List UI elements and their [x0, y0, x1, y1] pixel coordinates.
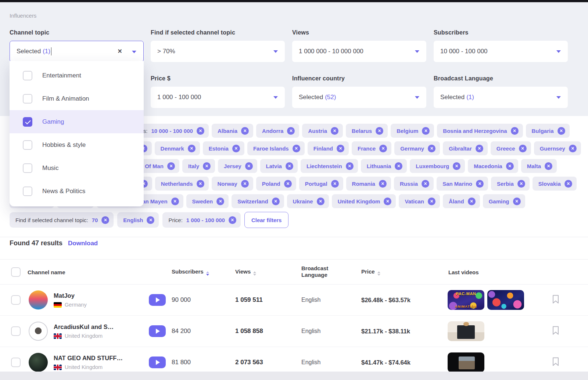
- remove-chip-icon[interactable]: ×: [241, 180, 249, 188]
- topic-option[interactable]: Hobbies & style: [10, 133, 144, 156]
- views-select[interactable]: 1 000 000 - 10 000 000: [292, 41, 426, 62]
- remove-chip-icon[interactable]: ×: [286, 162, 293, 170]
- download-link[interactable]: Download: [68, 240, 98, 247]
- country-select[interactable]: Selected (52): [292, 87, 426, 108]
- remove-chip-icon[interactable]: ×: [517, 180, 525, 188]
- remove-chip-icon[interactable]: ×: [272, 198, 280, 205]
- row-checkbox[interactable]: [11, 326, 21, 336]
- remove-chip-icon[interactable]: ×: [453, 162, 460, 170]
- checkbox[interactable]: [23, 140, 32, 150]
- channel-info[interactable]: ArcadiusKul and S… United Kingdom: [54, 323, 138, 339]
- topic-option[interactable]: News & Politics: [10, 180, 144, 203]
- topic-percent-select[interactable]: > 70%: [151, 41, 285, 62]
- sort-icon[interactable]: [253, 271, 256, 276]
- price-select[interactable]: 1 000 - 100 000: [151, 87, 285, 108]
- remove-chip-icon[interactable]: ×: [317, 198, 325, 205]
- remove-chip-icon[interactable]: ×: [147, 216, 154, 224]
- remove-chip-icon[interactable]: ×: [384, 198, 391, 205]
- combobox-count: (1): [43, 48, 50, 55]
- row-checkbox[interactable]: [11, 358, 21, 367]
- remove-chip-icon[interactable]: ×: [519, 145, 527, 152]
- remove-chip-icon[interactable]: ×: [284, 180, 292, 188]
- clear-filters-button[interactable]: Clear filters: [244, 212, 289, 228]
- remove-chip-icon[interactable]: ×: [376, 127, 383, 135]
- remove-chip-icon[interactable]: ×: [395, 162, 402, 170]
- remove-chip-icon[interactable]: ×: [346, 162, 354, 170]
- sort-icon[interactable]: [206, 271, 209, 276]
- topic-option[interactable]: Gaming: [10, 110, 144, 133]
- country-chip: Albania×: [212, 124, 253, 138]
- remove-chip-icon[interactable]: ×: [569, 145, 577, 152]
- topic-option[interactable]: Entertainment: [10, 64, 144, 87]
- remove-chip-icon[interactable]: ×: [331, 127, 338, 135]
- remove-chip-icon[interactable]: ×: [241, 127, 249, 135]
- remove-chip-icon[interactable]: ×: [245, 162, 253, 170]
- remove-chip-icon[interactable]: ×: [229, 216, 236, 224]
- column-price[interactable]: Price: [361, 268, 380, 276]
- chip-label: Serbia: [497, 181, 514, 187]
- remove-chip-icon[interactable]: ×: [379, 180, 387, 188]
- remove-chip-icon[interactable]: ×: [379, 145, 387, 152]
- channel-info[interactable]: NAT GEO AND STUFF… United Kingdom: [54, 355, 138, 370]
- sort-icon[interactable]: [377, 271, 380, 276]
- remove-chip-icon[interactable]: ×: [203, 162, 211, 170]
- video-thumbnail[interactable]: PAC-MANANIMATION: [448, 290, 484, 310]
- bookmark-icon[interactable]: [552, 326, 559, 335]
- checkbox[interactable]: [23, 163, 32, 173]
- remove-chip-icon[interactable]: ×: [197, 127, 204, 135]
- remove-chip-icon[interactable]: ×: [197, 180, 204, 188]
- youtube-play-button[interactable]: [149, 294, 166, 306]
- youtube-play-button[interactable]: [149, 325, 166, 337]
- channel-name[interactable]: MatJoy: [54, 292, 138, 299]
- remove-chip-icon[interactable]: ×: [188, 145, 196, 152]
- topic-option[interactable]: Music: [10, 156, 144, 180]
- channel-name[interactable]: NAT GEO AND STUFF…: [54, 355, 138, 362]
- checkbox[interactable]: [23, 94, 32, 104]
- remove-chip-icon[interactable]: ×: [216, 198, 224, 205]
- select-all-checkbox[interactable]: [11, 267, 21, 277]
- youtube-play-button[interactable]: [149, 357, 166, 368]
- remove-chip-icon[interactable]: ×: [557, 127, 565, 135]
- remove-chip-icon[interactable]: ×: [232, 145, 240, 152]
- remove-chip-icon[interactable]: ×: [428, 145, 435, 152]
- remove-chip-icon[interactable]: ×: [513, 198, 521, 205]
- column-views[interactable]: Views: [235, 268, 256, 276]
- channel-name[interactable]: ArcadiusKul and S…: [54, 323, 138, 330]
- checkbox[interactable]: [23, 187, 32, 196]
- topic-option[interactable]: Film & Animation: [10, 87, 144, 110]
- video-thumbnail[interactable]: [448, 321, 484, 341]
- subscribers-select[interactable]: 10 000 - 100 000: [434, 41, 568, 62]
- column-subscribers[interactable]: Subscribers: [172, 268, 209, 276]
- clear-selection-icon[interactable]: ×: [118, 47, 122, 55]
- remove-chip-icon[interactable]: ×: [564, 180, 572, 188]
- checkbox[interactable]: [23, 71, 32, 80]
- bookmark-icon[interactable]: [552, 357, 559, 366]
- remove-chip-icon[interactable]: ×: [468, 198, 476, 205]
- video-thumbnail[interactable]: [448, 352, 484, 372]
- row-checkbox[interactable]: [11, 295, 21, 305]
- remove-chip-icon[interactable]: ×: [545, 162, 552, 170]
- video-thumbnail[interactable]: [487, 290, 524, 310]
- remove-chip-icon[interactable]: ×: [293, 145, 300, 152]
- remove-chip-icon[interactable]: ×: [511, 127, 519, 135]
- remove-chip-icon[interactable]: ×: [167, 162, 175, 170]
- remove-chip-icon[interactable]: ×: [331, 180, 339, 188]
- table-row[interactable]: MatJoy Germany 90 000 1 059 511 English …: [0, 285, 588, 316]
- table-row[interactable]: ArcadiusKul and S… United Kingdom 84 200…: [0, 316, 588, 347]
- remove-chip-icon[interactable]: ×: [422, 180, 429, 188]
- remove-chip-icon[interactable]: ×: [506, 162, 514, 170]
- language-select[interactable]: Selected (1): [434, 87, 568, 108]
- remove-chip-icon[interactable]: ×: [287, 127, 295, 135]
- remove-chip-icon[interactable]: ×: [337, 145, 344, 152]
- remove-chip-icon[interactable]: ×: [476, 180, 484, 188]
- bookmark-icon[interactable]: [552, 295, 559, 304]
- remove-chip-icon[interactable]: ×: [422, 127, 430, 135]
- remove-chip-icon[interactable]: ×: [428, 198, 435, 205]
- channel-info[interactable]: MatJoy Germany: [54, 292, 138, 308]
- remove-chip-icon[interactable]: ×: [171, 198, 179, 205]
- checkbox[interactable]: [23, 117, 32, 127]
- channel-topic-combobox[interactable]: Selected (1) ×: [10, 41, 144, 62]
- chevron-down-icon[interactable]: [132, 51, 136, 53]
- remove-chip-icon[interactable]: ×: [476, 145, 483, 152]
- remove-chip-icon[interactable]: ×: [101, 216, 109, 224]
